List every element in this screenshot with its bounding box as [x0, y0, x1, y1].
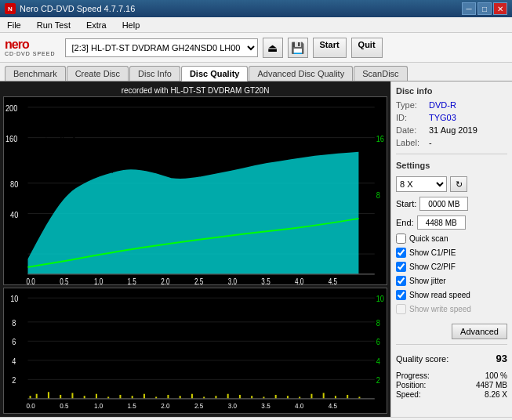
disc-type-row: Type: DVD-R: [396, 100, 507, 110]
app-icon: N: [5, 3, 16, 14]
start-button[interactable]: Start: [313, 38, 347, 58]
title-bar-title: Nero CD-DVD Speed 4.7.7.16: [20, 4, 135, 13]
quick-scan-row: Quick scan: [396, 234, 507, 244]
svg-rect-42: [60, 395, 61, 399]
show-write-speed-checkbox[interactable]: [396, 304, 406, 314]
maximize-button[interactable]: □: [478, 2, 492, 15]
svg-text:2: 2: [12, 375, 16, 385]
svg-text:3.5: 3.5: [261, 401, 270, 410]
close-button[interactable]: ✕: [493, 2, 507, 15]
show-c1pie-row: Show C1/PIE: [396, 248, 507, 258]
tab-create-disc[interactable]: Create Disc: [67, 66, 129, 81]
legend-area: PI Errors Average: 41.57 Maximum: 129 To…: [0, 417, 512, 420]
save-icon-button[interactable]: 💾: [288, 38, 308, 58]
show-c2pif-checkbox[interactable]: [396, 262, 406, 272]
speed-select[interactable]: 8 X: [396, 176, 447, 192]
title-bar-controls[interactable]: ─ □ ✕: [462, 2, 507, 15]
start-input[interactable]: [419, 197, 468, 211]
svg-rect-45: [96, 394, 97, 399]
speed-row-quality: Speed: 8.26 X: [396, 390, 507, 399]
svg-text:160: 160: [5, 134, 17, 143]
end-input[interactable]: [417, 215, 466, 230]
advanced-button[interactable]: Advanced: [452, 324, 507, 339]
svg-text:2: 2: [376, 375, 380, 385]
svg-text:0.5: 0.5: [60, 277, 68, 284]
progress-label: Progress:: [396, 371, 430, 380]
start-label: Start:: [396, 199, 416, 208]
svg-text:3.5: 3.5: [261, 277, 270, 284]
progress-section: Progress: 100 % Position: 4487 MB Speed:…: [396, 371, 507, 399]
disc-date-value: 31 Aug 2019: [429, 125, 478, 135]
quality-score-row: Quality score: 93: [396, 353, 507, 364]
svg-text:4: 4: [12, 357, 16, 366]
svg-rect-60: [275, 395, 277, 399]
menu-extra[interactable]: Extra: [82, 19, 111, 31]
title-bar-left: N Nero CD-DVD Speed 4.7.7.16: [5, 3, 135, 14]
svg-text:80: 80: [10, 179, 18, 189]
svg-text:1.0: 1.0: [94, 401, 103, 410]
svg-text:0.5: 0.5: [60, 401, 68, 410]
svg-text:1.5: 1.5: [128, 277, 136, 284]
menu-help[interactable]: Help: [118, 19, 144, 31]
chart-area: recorded with HL-DT-ST DVDRAM GT20N 200 …: [0, 81, 390, 417]
disc-date-row: Date: 31 Aug 2019: [396, 125, 507, 135]
refresh-button[interactable]: ↻: [450, 176, 467, 192]
svg-rect-64: [323, 393, 325, 398]
upper-chart: 200 160 80 40 16 8: [3, 96, 387, 285]
tab-scandisc[interactable]: ScanDisc: [354, 66, 407, 81]
svg-text:40: 40: [10, 210, 18, 219]
tab-advanced-disc-quality[interactable]: Advanced Disc Quality: [249, 66, 353, 81]
settings-title: Settings: [396, 161, 507, 170]
disc-info-title: Disc info: [396, 86, 507, 96]
svg-text:3.0: 3.0: [228, 401, 237, 410]
svg-rect-41: [48, 392, 49, 399]
drive-select[interactable]: [2:3] HL-DT-ST DVDRAM GH24NSD0 LH00: [65, 38, 258, 57]
tab-disc-info[interactable]: Disc Info: [129, 66, 180, 81]
svg-text:3.0: 3.0: [228, 277, 237, 284]
menu-file[interactable]: File: [3, 19, 25, 31]
quit-button[interactable]: Quit: [351, 38, 383, 58]
nero-logo-top: nero: [5, 38, 56, 51]
svg-text:16: 16: [376, 134, 384, 143]
speed-row: 8 X ↻: [396, 176, 507, 192]
svg-text:0.0: 0.0: [26, 401, 34, 410]
tab-benchmark[interactable]: Benchmark: [5, 66, 66, 81]
quality-score-label: Quality score:: [396, 354, 448, 364]
progress-row: Progress: 100 %: [396, 371, 507, 380]
show-c2pif-row: Show C2/PIF: [396, 262, 507, 272]
svg-text:8: 8: [12, 318, 16, 328]
speed-value: 8.26 X: [485, 390, 507, 399]
tabs: Benchmark Create Disc Disc Info Disc Qua…: [0, 63, 512, 81]
eject-icon-button[interactable]: ⏏: [263, 38, 283, 58]
svg-rect-49: [143, 394, 145, 399]
tab-disc-quality[interactable]: Disc Quality: [181, 66, 249, 81]
minimize-button[interactable]: ─: [462, 2, 476, 15]
lower-chart: 10 8 6 4 2 10 8 6 4 2: [3, 288, 387, 414]
svg-rect-43: [71, 393, 73, 398]
svg-rect-40: [36, 394, 38, 399]
svg-text:6: 6: [376, 337, 380, 346]
start-row: Start:: [396, 197, 507, 211]
show-jitter-label: Show jitter: [409, 277, 446, 285]
show-jitter-checkbox[interactable]: [396, 276, 406, 286]
svg-text:2.5: 2.5: [194, 401, 203, 410]
show-write-speed-row: Show write speed: [396, 304, 507, 314]
disc-label-label: Label:: [396, 138, 426, 147]
show-c1pie-label: Show C1/PIE: [409, 248, 456, 257]
chart-title: recorded with HL-DT-ST DVDRAM GT20N: [3, 85, 387, 96]
svg-rect-51: [167, 395, 169, 399]
quick-scan-checkbox[interactable]: [396, 234, 406, 244]
svg-text:8: 8: [376, 190, 380, 200]
show-c1pie-checkbox[interactable]: [396, 248, 406, 258]
svg-text:1.5: 1.5: [128, 401, 136, 410]
menu-run-test[interactable]: Run Test: [33, 19, 74, 31]
show-read-speed-checkbox[interactable]: [396, 290, 406, 300]
main-content: recorded with HL-DT-ST DVDRAM GT20N 200 …: [0, 81, 512, 417]
show-read-speed-row: Show read speed: [396, 290, 507, 300]
disc-id-label: ID:: [396, 113, 426, 122]
nero-logo: nero CD·DVD SPEED: [5, 38, 56, 56]
svg-text:4: 4: [376, 357, 380, 366]
quick-scan-label: Quick scan: [409, 234, 448, 243]
svg-text:4.5: 4.5: [329, 277, 337, 284]
right-panel: Disc info Type: DVD-R ID: TYG03 Date: 31…: [390, 81, 512, 417]
